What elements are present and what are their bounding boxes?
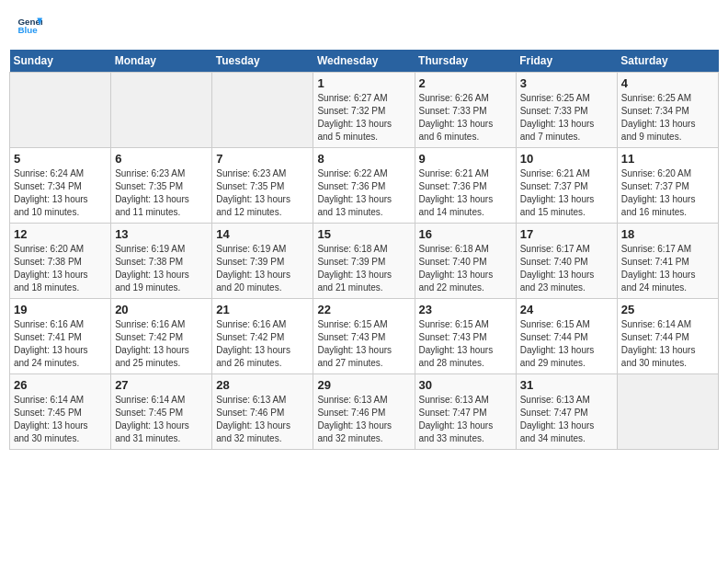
day-info: Sunrise: 6:14 AMSunset: 7:45 PMDaylight:… <box>115 394 208 445</box>
day-info: Sunrise: 6:17 AMSunset: 7:41 PMDaylight:… <box>621 243 714 294</box>
day-cell: 11Sunrise: 6:20 AMSunset: 7:37 PMDayligh… <box>617 148 718 224</box>
day-info: Sunrise: 6:23 AMSunset: 7:35 PMDaylight:… <box>216 167 309 219</box>
day-cell: 8Sunrise: 6:22 AMSunset: 7:36 PMDaylight… <box>313 148 415 224</box>
day-cell: 22Sunrise: 6:15 AMSunset: 7:43 PMDayligh… <box>313 299 415 374</box>
day-header: Wednesday <box>313 50 415 73</box>
day-cell: 7Sunrise: 6:23 AMSunset: 7:35 PMDaylight… <box>212 148 313 224</box>
day-cell: 29Sunrise: 6:13 AMSunset: 7:46 PMDayligh… <box>313 374 415 450</box>
day-cell: 10Sunrise: 6:21 AMSunset: 7:37 PMDayligh… <box>516 148 617 224</box>
week-row: 19Sunrise: 6:16 AMSunset: 7:41 PMDayligh… <box>10 299 719 374</box>
day-number: 25 <box>621 303 714 316</box>
day-info: Sunrise: 6:18 AMSunset: 7:40 PMDaylight:… <box>419 243 512 294</box>
day-info: Sunrise: 6:21 AMSunset: 7:36 PMDaylight:… <box>419 167 512 219</box>
day-number: 29 <box>317 378 410 392</box>
day-number: 18 <box>621 227 714 241</box>
day-number: 27 <box>115 378 208 392</box>
day-cell: 12Sunrise: 6:20 AMSunset: 7:38 PMDayligh… <box>10 224 111 299</box>
day-info: Sunrise: 6:15 AMSunset: 7:44 PMDaylight:… <box>520 318 613 370</box>
day-number: 30 <box>419 378 512 392</box>
day-number: 8 <box>317 152 410 166</box>
day-cell: 9Sunrise: 6:21 AMSunset: 7:36 PMDaylight… <box>415 148 516 224</box>
day-number: 7 <box>216 152 309 166</box>
day-cell: 28Sunrise: 6:13 AMSunset: 7:46 PMDayligh… <box>212 374 313 450</box>
day-cell: 20Sunrise: 6:16 AMSunset: 7:42 PMDayligh… <box>111 299 212 374</box>
day-info: Sunrise: 6:25 AMSunset: 7:34 PMDaylight:… <box>621 92 714 144</box>
day-number: 23 <box>419 303 512 316</box>
day-cell <box>111 73 212 148</box>
day-number: 31 <box>520 378 613 392</box>
day-header: Friday <box>516 50 617 73</box>
logo: General Blue <box>17 13 42 39</box>
day-number: 26 <box>14 378 107 392</box>
calendar-table: SundayMondayTuesdayWednesdayThursdayFrid… <box>9 50 719 450</box>
day-number: 16 <box>419 227 512 241</box>
day-info: Sunrise: 6:20 AMSunset: 7:38 PMDaylight:… <box>14 243 107 294</box>
day-info: Sunrise: 6:19 AMSunset: 7:39 PMDaylight:… <box>216 243 309 294</box>
day-number: 9 <box>419 152 512 166</box>
day-number: 28 <box>216 378 309 392</box>
day-info: Sunrise: 6:25 AMSunset: 7:33 PMDaylight:… <box>520 92 613 144</box>
day-info: Sunrise: 6:13 AMSunset: 7:47 PMDaylight:… <box>419 394 512 445</box>
day-number: 14 <box>216 227 309 241</box>
day-cell: 21Sunrise: 6:16 AMSunset: 7:42 PMDayligh… <box>212 299 313 374</box>
day-info: Sunrise: 6:21 AMSunset: 7:37 PMDaylight:… <box>520 167 613 219</box>
day-info: Sunrise: 6:13 AMSunset: 7:46 PMDaylight:… <box>216 394 309 445</box>
day-cell: 25Sunrise: 6:14 AMSunset: 7:44 PMDayligh… <box>617 299 718 374</box>
day-cell <box>212 73 313 148</box>
calendar-page: General Blue SundayMondayTuesdayWednesda… <box>0 0 728 563</box>
day-info: Sunrise: 6:26 AMSunset: 7:33 PMDaylight:… <box>419 92 512 144</box>
day-info: Sunrise: 6:17 AMSunset: 7:40 PMDaylight:… <box>520 243 613 294</box>
logo-icon: General Blue <box>17 13 42 39</box>
day-number: 12 <box>14 227 107 241</box>
day-number: 1 <box>317 76 410 90</box>
day-number: 2 <box>419 76 512 90</box>
day-info: Sunrise: 6:16 AMSunset: 7:42 PMDaylight:… <box>216 318 309 370</box>
week-row: 1Sunrise: 6:27 AMSunset: 7:32 PMDaylight… <box>10 73 719 148</box>
day-info: Sunrise: 6:19 AMSunset: 7:38 PMDaylight:… <box>115 243 208 294</box>
day-header: Thursday <box>415 50 516 73</box>
day-cell: 19Sunrise: 6:16 AMSunset: 7:41 PMDayligh… <box>10 299 111 374</box>
page-header: General Blue <box>9 9 719 42</box>
day-info: Sunrise: 6:15 AMSunset: 7:43 PMDaylight:… <box>419 318 512 370</box>
day-cell: 6Sunrise: 6:23 AMSunset: 7:35 PMDaylight… <box>111 148 212 224</box>
day-header: Saturday <box>617 50 718 73</box>
day-info: Sunrise: 6:14 AMSunset: 7:44 PMDaylight:… <box>621 318 714 370</box>
day-cell: 13Sunrise: 6:19 AMSunset: 7:38 PMDayligh… <box>111 224 212 299</box>
day-cell: 30Sunrise: 6:13 AMSunset: 7:47 PMDayligh… <box>415 374 516 450</box>
day-number: 11 <box>621 152 714 166</box>
day-number: 24 <box>520 303 613 316</box>
day-number: 10 <box>520 152 613 166</box>
day-number: 21 <box>216 303 309 316</box>
week-row: 26Sunrise: 6:14 AMSunset: 7:45 PMDayligh… <box>10 374 719 450</box>
week-row: 12Sunrise: 6:20 AMSunset: 7:38 PMDayligh… <box>10 224 719 299</box>
day-info: Sunrise: 6:13 AMSunset: 7:46 PMDaylight:… <box>317 394 410 445</box>
day-cell: 18Sunrise: 6:17 AMSunset: 7:41 PMDayligh… <box>617 224 718 299</box>
day-cell: 26Sunrise: 6:14 AMSunset: 7:45 PMDayligh… <box>10 374 111 450</box>
day-number: 15 <box>317 227 410 241</box>
day-cell: 14Sunrise: 6:19 AMSunset: 7:39 PMDayligh… <box>212 224 313 299</box>
day-cell: 16Sunrise: 6:18 AMSunset: 7:40 PMDayligh… <box>415 224 516 299</box>
day-cell: 23Sunrise: 6:15 AMSunset: 7:43 PMDayligh… <box>415 299 516 374</box>
day-cell: 24Sunrise: 6:15 AMSunset: 7:44 PMDayligh… <box>516 299 617 374</box>
day-number: 5 <box>14 152 107 166</box>
day-cell: 5Sunrise: 6:24 AMSunset: 7:34 PMDaylight… <box>10 148 111 224</box>
day-info: Sunrise: 6:16 AMSunset: 7:41 PMDaylight:… <box>14 318 107 370</box>
day-info: Sunrise: 6:14 AMSunset: 7:45 PMDaylight:… <box>14 394 107 445</box>
day-cell: 1Sunrise: 6:27 AMSunset: 7:32 PMDaylight… <box>313 73 415 148</box>
day-number: 13 <box>115 227 208 241</box>
svg-text:Blue: Blue <box>17 25 38 35</box>
day-cell: 2Sunrise: 6:26 AMSunset: 7:33 PMDaylight… <box>415 73 516 148</box>
day-info: Sunrise: 6:15 AMSunset: 7:43 PMDaylight:… <box>317 318 410 370</box>
day-number: 4 <box>621 76 714 90</box>
day-number: 20 <box>115 303 208 316</box>
week-row: 5Sunrise: 6:24 AMSunset: 7:34 PMDaylight… <box>10 148 719 224</box>
day-cell: 31Sunrise: 6:13 AMSunset: 7:47 PMDayligh… <box>516 374 617 450</box>
day-info: Sunrise: 6:22 AMSunset: 7:36 PMDaylight:… <box>317 167 410 219</box>
day-info: Sunrise: 6:18 AMSunset: 7:39 PMDaylight:… <box>317 243 410 294</box>
day-info: Sunrise: 6:13 AMSunset: 7:47 PMDaylight:… <box>520 394 613 445</box>
day-cell: 27Sunrise: 6:14 AMSunset: 7:45 PMDayligh… <box>111 374 212 450</box>
day-info: Sunrise: 6:20 AMSunset: 7:37 PMDaylight:… <box>621 167 714 219</box>
day-info: Sunrise: 6:23 AMSunset: 7:35 PMDaylight:… <box>115 167 208 219</box>
day-info: Sunrise: 6:16 AMSunset: 7:42 PMDaylight:… <box>115 318 208 370</box>
day-cell <box>617 374 718 450</box>
